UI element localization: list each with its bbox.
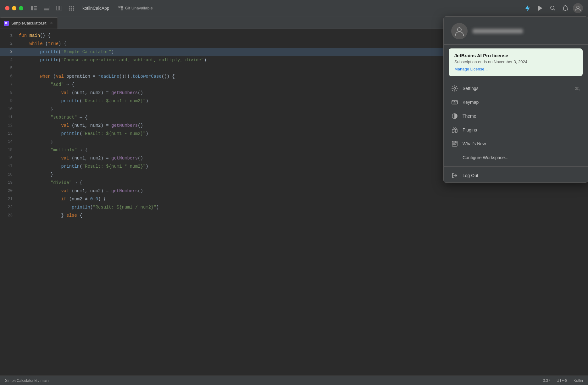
code-content: println("Result: ${num1 / num2}") <box>19 203 582 211</box>
user-account-button[interactable] <box>573 3 583 13</box>
search-button[interactable] <box>548 3 558 13</box>
line-number: 5 <box>0 64 19 72</box>
svg-rect-3 <box>34 9 37 10</box>
theme-item[interactable]: Theme <box>444 109 588 123</box>
svg-rect-5 <box>44 9 49 10</box>
svg-point-24 <box>577 6 579 8</box>
keymap-item[interactable]: Keymap <box>444 95 588 109</box>
configure-workspace-item[interactable]: Configure Workspace... <box>444 151 588 165</box>
plugins-item[interactable]: Plugins <box>444 123 588 137</box>
svg-rect-29 <box>454 101 455 102</box>
user-dropdown: JetBrains AI Pro license Subscription en… <box>443 16 588 183</box>
close-button[interactable] <box>5 6 9 10</box>
manage-license-link[interactable]: Manage License... <box>454 67 488 71</box>
line-number: 18 <box>0 170 19 179</box>
maximize-button[interactable] <box>19 6 23 10</box>
cursor-position: 3:37 <box>543 378 550 383</box>
status-bar: SimpleCalculator.kt / main 3:37 UTF-8 Ko… <box>0 376 588 385</box>
svg-point-18 <box>121 8 123 10</box>
line-number: 2 <box>0 40 19 48</box>
split-editor-button[interactable] <box>55 4 64 13</box>
svg-point-10 <box>73 6 74 7</box>
settings-shortcut: ⌘, <box>575 86 580 91</box>
svg-point-16 <box>73 9 74 11</box>
license-box: JetBrains AI Pro license Subscription en… <box>449 48 583 76</box>
notifications-button[interactable] <box>560 3 570 13</box>
status-bar-right: 3:37 UTF-8 Kotlin <box>543 378 583 383</box>
line-number: 21 <box>0 195 19 203</box>
whatsnew-item[interactable]: What's New <box>444 137 588 151</box>
svg-rect-30 <box>456 101 457 102</box>
line-number: 10 <box>0 105 19 113</box>
line-number: 3 <box>0 48 19 56</box>
line-number: 4 <box>0 56 19 64</box>
line-number: 13 <box>0 130 19 138</box>
kotlin-file-icon: K <box>4 21 9 26</box>
code-line: 22 println("Result: ${num1 / num2}") <box>0 203 588 211</box>
svg-rect-31 <box>453 103 456 103</box>
license-title: JetBrains AI Pro license <box>454 53 577 58</box>
lightning-button[interactable] <box>523 3 533 13</box>
user-name <box>473 29 523 33</box>
svg-point-13 <box>73 8 74 9</box>
bottom-panel-toggle-button[interactable] <box>42 4 51 13</box>
svg-point-17 <box>119 6 120 8</box>
minimize-button[interactable] <box>12 6 16 10</box>
code-line: 20 val (num1, num2) = getNumbers() <box>0 187 588 195</box>
line-number: 6 <box>0 72 19 81</box>
svg-point-11 <box>69 8 70 9</box>
dropdown-header <box>444 17 588 45</box>
license-sub: Subscription ends on November 3, 2024 <box>454 59 577 64</box>
svg-point-22 <box>551 6 554 9</box>
line-number: 20 <box>0 187 19 195</box>
tab-close-button[interactable]: ✕ <box>49 21 54 26</box>
svg-rect-33 <box>455 129 457 132</box>
line-number: 23 <box>0 211 19 220</box>
git-status-label: Git Unavailable <box>125 6 153 10</box>
line-number: 15 <box>0 146 19 154</box>
line-number: 8 <box>0 89 19 97</box>
app-name: kotlinCalcApp <box>82 6 109 11</box>
line-number: 14 <box>0 138 19 146</box>
svg-point-15 <box>71 9 72 11</box>
divider-2 <box>444 166 588 167</box>
editor-tab[interactable]: K SimpleCalculator.kt ✕ <box>0 17 58 29</box>
svg-rect-2 <box>34 8 37 8</box>
language: Kotlin <box>574 378 583 383</box>
svg-point-14 <box>69 9 70 11</box>
code-line: 21 if (num2 ≠ 0.0) { <box>0 195 588 203</box>
line-number: 17 <box>0 162 19 170</box>
settings-item[interactable]: Settings ⌘, <box>444 81 588 95</box>
line-number: 11 <box>0 113 19 121</box>
keymap-icon <box>451 99 458 106</box>
avatar <box>451 23 468 39</box>
apps-grid-button[interactable] <box>67 4 76 13</box>
plugins-icon <box>451 126 458 133</box>
code-content: } else { <box>19 211 582 220</box>
svg-point-26 <box>454 87 456 89</box>
title-bar-right <box>523 3 583 13</box>
keymap-label: Keymap <box>463 100 580 105</box>
line-number: 7 <box>0 81 19 89</box>
line-number: 9 <box>0 97 19 105</box>
run-button[interactable] <box>535 3 545 13</box>
svg-rect-4 <box>44 6 49 9</box>
traffic-lights <box>5 6 23 10</box>
title-bar: kotlinCalcApp Git Unavailable <box>0 0 588 16</box>
theme-icon <box>451 113 458 120</box>
svg-rect-7 <box>59 6 62 10</box>
svg-point-8 <box>69 6 70 7</box>
sidebar-toggle-button[interactable] <box>30 4 38 13</box>
theme-label: Theme <box>463 114 580 119</box>
whatsnew-icon <box>451 140 458 147</box>
svg-line-23 <box>554 9 555 10</box>
line-number: 16 <box>0 154 19 162</box>
configure-label: Configure Workspace... <box>463 155 580 160</box>
logout-item[interactable]: Log Out <box>444 169 588 182</box>
settings-icon <box>451 85 458 92</box>
git-status[interactable]: Git Unavailable <box>118 6 153 11</box>
code-content: val (num1, num2) = getNumbers() <box>19 187 582 195</box>
encoding: UTF-8 <box>557 378 567 383</box>
svg-point-12 <box>71 8 72 9</box>
tab-filename: SimpleCalculator.kt <box>11 21 46 25</box>
